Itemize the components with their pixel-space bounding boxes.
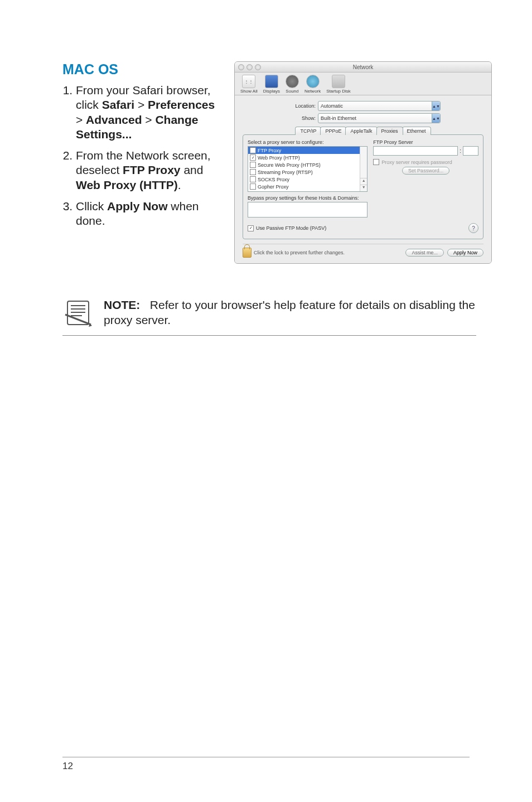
checkbox-icon bbox=[248, 225, 254, 231]
grid-icon: ⋮⋮ bbox=[242, 75, 255, 88]
checkbox-icon bbox=[250, 154, 256, 161]
proxy-item-label: Gopher Proxy bbox=[258, 184, 289, 190]
chevron-updown-icon: ▲▼ bbox=[432, 102, 440, 110]
page-number: 12 bbox=[62, 757, 470, 772]
prefs-body: Location: Automatic ▲▼ Show: Built-in Et… bbox=[235, 95, 491, 263]
proxy-item-label: Secure Web Proxy (HTTPS) bbox=[258, 162, 321, 168]
prefs-toolbar: ⋮⋮Show All Displays Sound Network Startu… bbox=[235, 73, 491, 95]
proxies-pane: Select a proxy server to configure: FTP … bbox=[243, 134, 483, 239]
sound-icon bbox=[286, 75, 299, 88]
show-label: Show: bbox=[286, 115, 316, 121]
help-icon: ? bbox=[468, 223, 478, 233]
step-sep: > bbox=[134, 98, 148, 111]
note-icon bbox=[62, 297, 94, 328]
passive-ftp-label: Use Passive FTP Mode (PASV) bbox=[256, 225, 326, 231]
note-row: NOTE: Refer to your browser's help featu… bbox=[62, 297, 476, 336]
tab-appletalk: AppleTalk bbox=[345, 127, 377, 135]
checkbox-icon bbox=[373, 159, 379, 165]
location-label: Location: bbox=[286, 103, 316, 109]
step-bold: Advanced bbox=[86, 113, 142, 126]
step-text: . bbox=[178, 178, 181, 191]
scroll-down-icon: ▼ bbox=[360, 185, 367, 191]
apply-now-button: Apply Now bbox=[447, 249, 483, 257]
lock-text: Click the lock to prevent further change… bbox=[254, 250, 345, 255]
list-item: Streaming Proxy (RTSP) bbox=[248, 168, 367, 176]
tab-proxies: Proxies bbox=[376, 127, 403, 135]
step-text: Cllick bbox=[76, 200, 107, 212]
note-label: NOTE: bbox=[104, 298, 140, 311]
note-body: Refer to your browser's help feature for… bbox=[104, 298, 475, 326]
toolbar-label: Network bbox=[304, 89, 321, 94]
titlebar: Network bbox=[235, 62, 491, 73]
toolbar-label: Show All bbox=[240, 89, 258, 94]
tab-pppoe: PPPoE bbox=[320, 127, 346, 135]
lock-icon bbox=[243, 248, 252, 258]
checkbox-icon bbox=[250, 176, 256, 182]
step-text: and bbox=[181, 163, 204, 176]
window-title: Network bbox=[235, 64, 491, 70]
step-bold: Web Proxy (HTTP) bbox=[76, 178, 178, 191]
location-select: Automatic ▲▼ bbox=[318, 101, 441, 111]
proxy-item-label: FTP Proxy bbox=[258, 148, 281, 153]
show-value: Built-in Ethernet bbox=[321, 115, 356, 121]
ftp-server-label: FTP Proxy Server bbox=[373, 139, 478, 145]
step-bold: Safari bbox=[102, 98, 134, 111]
list-item: Web Proxy (HTTP) bbox=[248, 154, 367, 161]
toolbar-displays: Displays bbox=[263, 75, 280, 94]
toolbar-network: Network bbox=[304, 75, 321, 94]
proxy-listbox: FTP Proxy Web Proxy (HTTP) Secure Web Pr… bbox=[248, 146, 367, 192]
displays-icon bbox=[265, 75, 278, 88]
requires-password-label: Proxy server requires password bbox=[381, 160, 452, 165]
toolbar-label: Startup Disk bbox=[326, 89, 351, 94]
screenshot-network-prefs: Network ⋮⋮Show All Displays Sound Networ… bbox=[234, 61, 492, 264]
step-bold: Preferences bbox=[148, 98, 215, 111]
step-2: From the Network screen, deselect FTP Pr… bbox=[76, 148, 223, 192]
show-select: Built-in Ethernet ▲▼ bbox=[318, 113, 441, 123]
toolbar-sound: Sound bbox=[286, 75, 299, 94]
checkbox-icon bbox=[250, 169, 256, 175]
step-bold: FTP Proxy bbox=[123, 163, 180, 176]
list-item: SOCKS Proxy bbox=[248, 176, 367, 183]
step-sep: > bbox=[142, 113, 155, 126]
proxy-item-label: Streaming Proxy (RTSP) bbox=[258, 170, 313, 175]
proxy-port-field bbox=[463, 146, 478, 156]
proxy-host-field bbox=[373, 146, 458, 156]
checkbox-icon bbox=[250, 147, 256, 153]
toolbar-label: Sound bbox=[286, 89, 298, 94]
lock-row: Click the lock to prevent further change… bbox=[243, 244, 483, 258]
set-password-button: Set Password... bbox=[402, 167, 449, 175]
network-icon bbox=[306, 75, 320, 88]
step-3: Cllick Apply Now when done. bbox=[76, 199, 223, 229]
assist-button: Assist me... bbox=[405, 249, 444, 257]
step-bold: Apply Now bbox=[107, 200, 168, 212]
tab-ethernet: Ethernet bbox=[402, 127, 431, 135]
proxy-item-label: Web Proxy (HTTP) bbox=[258, 155, 300, 161]
list-item: Gopher Proxy bbox=[248, 183, 367, 190]
checkbox-icon bbox=[250, 162, 256, 168]
toolbar-show-all: ⋮⋮Show All bbox=[240, 75, 258, 94]
list-item: Secure Web Proxy (HTTPS) bbox=[248, 161, 367, 168]
bypass-field bbox=[248, 202, 367, 218]
steps-list: From your Safari browser, click Safari >… bbox=[62, 83, 223, 228]
startup-disk-icon bbox=[332, 75, 345, 88]
location-value: Automatic bbox=[321, 103, 343, 109]
tab-tcpip: TCP/IP bbox=[295, 127, 321, 135]
step-sep: > bbox=[76, 113, 86, 126]
list-item: FTP Proxy bbox=[248, 147, 367, 154]
toolbar-startup: Startup Disk bbox=[326, 75, 351, 94]
note-text: NOTE: Refer to your browser's help featu… bbox=[104, 297, 476, 328]
toolbar-label: Displays bbox=[263, 89, 280, 94]
scrollbar: ▲ ▼ bbox=[360, 147, 367, 191]
step-1: From your Safari browser, click Safari >… bbox=[76, 83, 223, 142]
section-heading: MAC OS bbox=[62, 61, 223, 78]
chevron-updown-icon: ▲▼ bbox=[432, 114, 440, 123]
bypass-label: Bypass proxy settings for these Hosts & … bbox=[248, 195, 367, 201]
select-proxy-label: Select a proxy server to configure: bbox=[248, 139, 367, 145]
proxy-item-label: SOCKS Proxy bbox=[258, 177, 289, 182]
colon-sep: : bbox=[460, 148, 461, 154]
checkbox-icon bbox=[250, 183, 256, 190]
scroll-up-icon: ▲ bbox=[360, 178, 367, 185]
tab-row: TCP/IP PPPoE AppleTalk Proxies Ethernet bbox=[243, 127, 483, 135]
